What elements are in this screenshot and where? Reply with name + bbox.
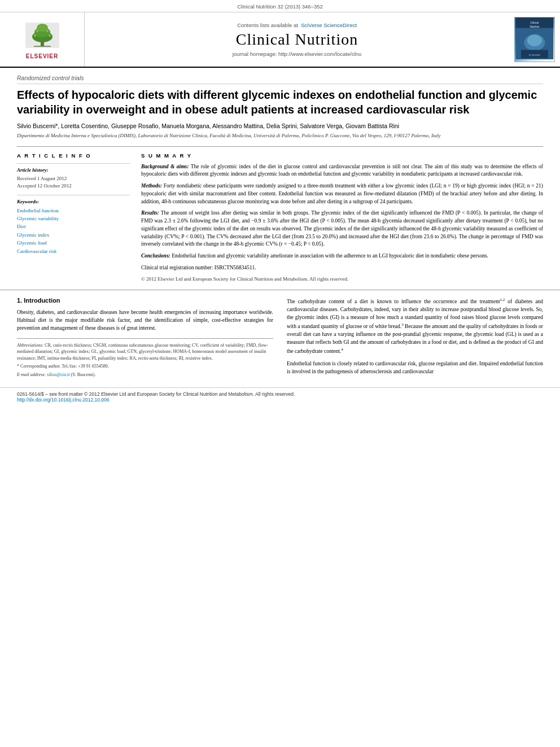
introduction-section: 1. Introduction Obesity, diabetes, and c… [0,290,560,387]
footnotes-area: Abbreviations: CR, cutis-rectis thicknes… [17,338,273,378]
received-date: Received 1 August 2012 [17,175,130,183]
abbreviations-label: Abbreviations: [17,343,43,348]
article-affiliation: Dipartimento di Medicina Interna e Speci… [17,132,543,139]
homepage-text: journal homepage: http://www.elsevier.co… [233,51,362,57]
page-footer: 0261-5614/$ – see front matter © 2012 El… [0,387,560,406]
keyword-4: Glycemic index [17,231,130,239]
intro-section-title: 1. Introduction [17,297,273,304]
svg-point-7 [36,30,38,32]
ref-superscript-3: 4 [341,347,343,352]
email-label: E-mail address: [17,372,46,377]
copyright-line: © 2012 Elsevier Ltd and European Society… [141,276,543,282]
keywords-label: Keywords: [17,199,130,204]
keyword-6: Cardiovascular risk [17,247,130,255]
corresponding-line: * Corresponding author. Tel./fax: +39 91… [17,363,273,370]
journal-header-right: Clinical Nutrition ELSEVIER [509,12,560,67]
intro-right-para2: Endothelial function is closely related … [287,360,543,376]
summary-label: S U M M A R Y [141,152,543,159]
summary-conclusions: Conclusions: Endothelial function and gl… [141,252,543,260]
article-title: Effects of hypocaloric diets with differ… [17,88,543,117]
svg-point-8 [46,30,49,32]
history-label: Article history: [17,167,130,173]
svg-point-6 [49,34,51,37]
summary-background: Background & aims: The role of glycemic … [141,163,543,179]
intro-two-col: 1. Introduction Obesity, diabetes, and c… [17,297,543,381]
summary-results: Results: The amount of weight loss after… [141,209,543,248]
journal-homepage: journal homepage: http://www.elsevier.co… [233,51,362,57]
keywords-list: Endothelial function Glycemic variabilit… [17,207,130,255]
journal-title: Clinical Nutrition [236,30,358,49]
svg-point-4 [37,24,48,32]
journal-header-left: ELSEVIER [0,12,85,67]
abbreviations-text: CR, cutis-rectis thickness; CSGM, contin… [17,343,268,361]
article-info-label: A R T I C L E I N F O [17,152,130,159]
keyword-3: Diet [17,222,130,230]
elsevier-logo-area: ELSEVIER [23,20,62,59]
keyword-1: Endothelial function [17,207,130,215]
abbreviations-line: Abbreviations: CR, cutis-rectis thicknes… [17,342,273,362]
summary-methods: Methods: Forty nondiabetic obese partici… [141,182,543,206]
journal-ref: Clinical Nutrition 32 (2013) 346–352 [237,3,323,10]
sciverse-link[interactable]: SciVerse ScienceDirect [301,22,357,28]
results-text: The amount of weight loss after dieting … [141,210,543,247]
keyword-2: Glycemic variability [17,215,130,222]
svg-text:ELSEVIER: ELSEVIER [529,54,540,56]
svg-text:Nutrition: Nutrition [530,25,540,28]
journal-header: ELSEVIER Contents lists available at Sci… [0,12,560,68]
methods-head: Methods: [141,183,162,189]
email-link[interactable]: silius@cin.it [47,372,69,377]
trial-reg-text: Clinical trial registration number: ISRC… [141,265,256,270]
accepted-date: Accepted 12 October 2012 [17,182,130,190]
corresponding-text: Tel./fax: +39 91 6554580. [62,364,108,369]
keywords-section: Keywords: Endothelial function Glycemic … [17,195,130,255]
conclusions-text: Endothelial function and glycemic variab… [172,253,488,259]
page-wrapper: Clinical Nutrition 32 (2013) 346–352 [0,0,560,406]
elsevier-logo-text: ELSEVIER [26,53,58,59]
email-line: E-mail address: silius@cin.it (S. Buscem… [17,372,273,378]
journal-header-center: Contents lists available at SciVerse Sci… [85,12,509,67]
journal-ref-line: Clinical Nutrition 32 (2013) 346–352 [0,0,560,12]
left-column: A R T I C L E I N F O Article history: R… [17,152,130,282]
background-head: Background & aims: [141,164,189,169]
footer-issn: 0261-5614/$ – see front matter © 2012 El… [17,391,543,397]
intro-left-col: 1. Introduction Obesity, diabetes, and c… [17,297,273,381]
journal-cover-thumbnail: Clinical Nutrition ELSEVIER [514,17,555,62]
conclusions-head: Conclusions: [141,253,170,259]
right-p1-text: The carbohydrate content of a diet is kn… [287,299,500,304]
svg-point-5 [34,34,36,37]
article-type: Randomized control trials [17,75,543,84]
sciverse-text: Contents lists available at [237,22,298,28]
right-column: S U M M A R Y Background & aims: The rol… [141,152,543,282]
sciverse-line: Contents lists available at SciVerse Sci… [237,22,357,28]
keyword-5: Glycemic load [17,239,130,247]
article-content: Randomized control trials Effects of hyp… [0,68,560,282]
corresponding-label: * Corresponding author. [17,364,61,369]
svg-text:Clinical: Clinical [531,21,539,24]
intro-right-col: The carbohydrate content of a diet is kn… [287,297,543,381]
intro-right-para1: The carbohydrate content of a diet is kn… [287,297,543,355]
email-author: (S. Buscemi). [71,372,96,377]
article-authors: Silvio Buscemi*, Loretta Cosentino, Gius… [17,123,543,129]
svg-point-15 [527,35,542,46]
elsevier-tree-icon [23,20,62,51]
results-head: Results: [141,210,159,216]
trial-registration: Clinical trial registration number: ISRC… [141,264,543,272]
background-text: The role of glycemic index of the diet i… [141,164,543,177]
intro-paragraph-1: Obesity, diabetes, and cardiovascular di… [17,308,273,333]
article-info-summary: A R T I C L E I N F O Article history: R… [17,146,543,282]
cover-image-icon: Clinical Nutrition ELSEVIER [514,18,555,59]
methods-text: Forty nondiabetic obese participants wer… [141,183,543,204]
article-history-section: Article history: Received 1 August 2012 … [17,163,130,190]
footer-doi-link[interactable]: http://dx.doi.org/10.1016/j.clnu.2012.10… [17,397,110,403]
